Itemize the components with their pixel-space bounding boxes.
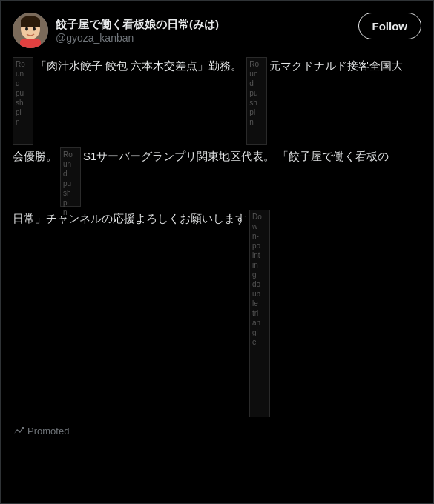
content-row-3: 日常」チャンネルの応援よろしくお願いします Down-pointingdoubl… (13, 210, 421, 417)
tweet-header-left: 餃子屋で働く看板娘の日常(みは) @gyoza_kanban (13, 13, 219, 48)
content-row-1: Roundpushpin 「肉汁水餃子 餃包 六本木交差点」勤務。 Roundp… (13, 57, 421, 145)
text-line3-prefix: 日常」チャンネルの応援よろしくお願いします (13, 210, 246, 227)
broken-img-2: Roundpushpin (246, 57, 267, 145)
promoted-label: Promoted (27, 425, 69, 437)
broken-img-down: Down-pointingdoubletriangle (249, 210, 270, 417)
text-line2-suffix: 「餃子屋で働く看板の (277, 147, 389, 165)
tweet-card: 餃子屋で働く看板娘の日常(みは) @gyoza_kanban Follow Ro… (0, 0, 434, 504)
username: @gyoza_kanban (56, 32, 219, 44)
svg-point-5 (33, 27, 36, 31)
svg-point-4 (25, 27, 28, 31)
user-info: 餃子屋で働く看板娘の日常(みは) @gyoza_kanban (56, 17, 219, 44)
follow-button[interactable]: Follow (358, 13, 422, 39)
svg-rect-3 (21, 20, 40, 27)
text-line1-suffix: 元マクドナルド接客全国大 (269, 57, 403, 74)
tweet-header: 餃子屋で働く看板娘の日常(みは) @gyoza_kanban Follow (13, 13, 421, 48)
text-line2-prefix: 会優勝。 (13, 147, 57, 165)
svg-rect-7 (22, 427, 24, 429)
text-line2-mid: S1サーバーグランプリ関東地区代表。 (83, 147, 274, 165)
content-row-2: 会優勝。 Roundpushpin S1サーバーグランプリ関東地区代表。 「餃子… (13, 147, 421, 207)
display-name: 餃子屋で働く看板娘の日常(みは) (56, 17, 219, 32)
text-line1-prefix: 「肉汁水餃子 餃包 六本木交差点」勤務。 (36, 57, 242, 74)
tweet-body: Roundpushpin 「肉汁水餃子 餃包 六本木交差点」勤務。 Roundp… (13, 57, 421, 417)
broken-img-3: Roundpushpin (60, 147, 81, 207)
promoted-row: Promoted (13, 425, 421, 437)
promoted-icon (13, 425, 24, 437)
avatar[interactable] (13, 13, 48, 48)
broken-img-1: Roundpushpin (13, 57, 33, 145)
svg-rect-6 (20, 39, 41, 48)
